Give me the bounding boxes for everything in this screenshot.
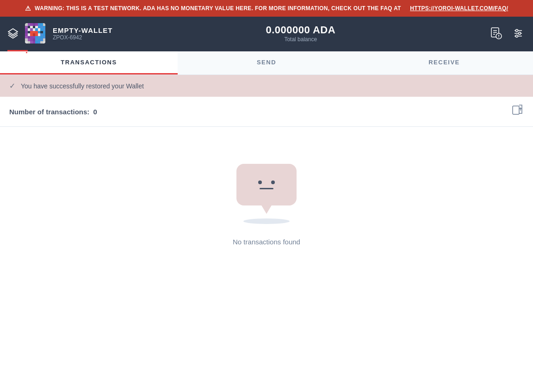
empty-text: No transactions found [233,238,300,246]
header-right [489,26,526,41]
svg-point-13 [516,35,518,37]
success-banner: ✓ You have successfully restored your Wa… [0,75,533,97]
transactions-count-value: 0 [93,108,97,116]
wallet-id: ZPOX-6942 [53,34,113,41]
svg-rect-14 [513,106,519,114]
header: EMPTY-WALLET ZPOX-6942 0.000000 ADA Tota… [0,17,533,50]
settings-icon [511,26,526,41]
wallet-name: EMPTY-WALLET [53,26,113,34]
export-icon [511,104,524,117]
svg-point-7 [498,37,499,38]
export-button[interactable] [511,104,524,119]
svg-point-11 [516,30,518,32]
shadow-ellipse [243,218,290,224]
notifications-icon [489,26,503,41]
notifications-button[interactable] [489,26,503,41]
tab-send[interactable]: SEND [178,51,355,75]
sad-face [258,180,275,189]
menu-button[interactable] [7,28,19,39]
svg-marker-0 [8,29,18,35]
settings-button[interactable] [511,26,526,41]
balance-label: Total balance [113,36,489,43]
warning-link[interactable]: HTTPS://YOROI-WALLET.COM/FAQ/ [410,5,508,12]
tabs: TRANSACTIONS SEND RECEIVE [0,51,533,75]
tab-transactions[interactable]: TRANSACTIONS [0,51,178,75]
warning-icon: ⚠ [25,5,31,12]
face-eyes [258,180,275,184]
left-eye [258,180,262,184]
transactions-header: Number of transactions: 0 [0,97,533,127]
header-center: 0.000000 ADA Total balance [113,24,489,43]
transactions-count-label: Number of transactions: [9,108,89,116]
empty-state: No transactions found [0,127,533,283]
wallet-info: EMPTY-WALLET ZPOX-6942 [53,26,113,41]
wallet-avatar [25,23,45,44]
checkmark-icon: ✓ [9,81,15,90]
svg-point-12 [519,32,521,35]
right-eye [271,180,275,184]
transactions-count: Number of transactions: 0 [9,108,97,116]
layers-icon [7,28,19,39]
warning-text: WARNING: THIS IS A TEST NETWORK. ADA HAS… [35,5,401,12]
speech-bubble [236,164,297,205]
header-left: EMPTY-WALLET ZPOX-6942 [7,23,113,44]
warning-banner: ⚠ WARNING: THIS IS A TEST NETWORK. ADA H… [0,0,533,17]
tab-receive[interactable]: RECEIVE [355,51,533,75]
balance-amount: 0.000000 ADA [113,24,489,36]
face-mouth [260,188,273,189]
empty-illustration [236,164,297,224]
success-message: You have successfully restored your Wall… [21,82,144,90]
